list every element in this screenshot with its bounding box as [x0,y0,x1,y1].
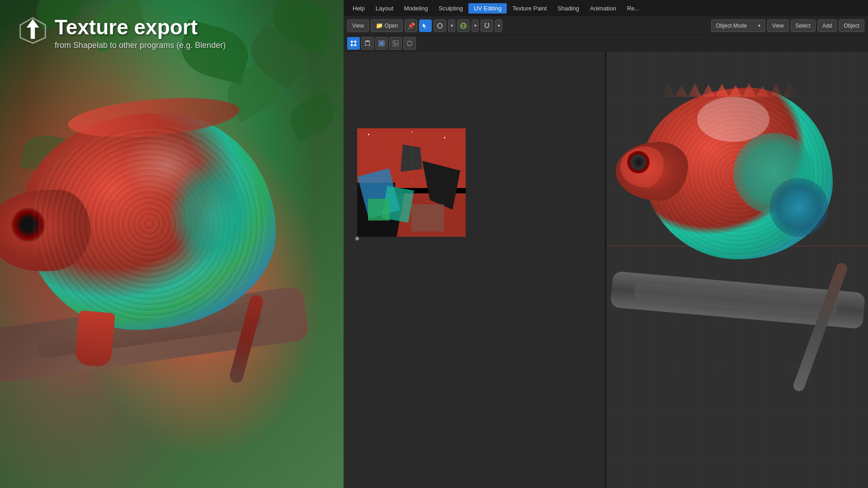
svg-rect-30 [380,42,383,45]
view-button[interactable]: View [347,19,369,32]
open-label: Open [385,23,398,29]
view-right-label: View [772,23,784,29]
select-btn[interactable]: Select [791,19,816,32]
face-mode-btn[interactable] [375,37,388,50]
blue-area [769,178,828,237]
panel-divider [605,52,607,488]
page-subtitle: from Shapelab to other programs (e.g. Bl… [55,41,226,50]
globe-icon [460,23,467,29]
vertex-icon [350,40,357,47]
chevron-down-icon-3: ▾ [498,23,500,28]
snap-dropdown[interactable]: ▾ [495,19,502,32]
menu-help[interactable]: Help [347,3,370,14]
header-text: Texture export from Shapelab to other pr… [55,16,226,50]
menu-sculpting[interactable]: Sculpting [434,3,468,14]
white-area [697,97,769,142]
menu-shading[interactable]: Shading [552,3,585,14]
left-panel: Texture export from Shapelab to other pr… [0,0,344,488]
vertex-mode-btn[interactable] [347,37,360,50]
branch-detail [633,282,838,318]
chevron-down-icon-4: ▾ [758,23,760,28]
view-btn-right[interactable]: View [767,19,789,32]
top-menubar: Help Layout Modeling Sculpting UV Editin… [344,0,868,16]
menu-modeling[interactable]: Modeling [399,3,434,14]
pin-button[interactable]: 📌 [405,19,417,32]
menu-rendering[interactable]: Re... [622,3,645,14]
transform-icon [437,23,443,29]
globe-dropdown[interactable]: ▾ [472,19,479,32]
svg-rect-32 [394,42,395,43]
chevron-down-icon-2: ▾ [474,23,476,28]
magnet-icon [484,23,490,29]
svg-rect-34 [394,44,396,45]
view-label: View [352,23,364,29]
svg-rect-21 [365,41,366,42]
face-icon [378,40,385,47]
uv-map-container [357,128,466,237]
svg-rect-24 [369,45,370,46]
logo-icon [18,16,47,45]
add-btn[interactable]: Add [817,19,837,32]
object-label: Object [844,23,859,29]
viewport-panel [607,52,868,488]
menu-texture-paint[interactable]: Texture Paint [507,3,552,14]
toolbar-secondary: View 📁 Open 📌 ▾ ▾ [344,16,868,35]
svg-point-3 [438,23,442,28]
uv-origin-dot [355,237,359,240]
header-overlay: Texture export from Shapelab to other pr… [18,16,226,50]
uv-editor-panel [344,52,606,488]
menu-animation[interactable]: Animation [585,3,622,14]
object-mode-btn[interactable]: Object Mode ▾ [711,19,765,32]
eye-pupil [631,155,646,170]
transform-tool[interactable] [434,19,446,32]
select-label: Select [796,23,811,29]
svg-rect-23 [365,45,366,46]
open-button[interactable]: 📁 Open [371,19,403,32]
teal-patch [167,158,258,271]
edge-mode-btn[interactable] [361,37,374,50]
object-mode-label: Object Mode [716,23,747,29]
page-title: Texture export [55,16,226,39]
viewport-head [616,142,688,201]
tool-dropdown[interactable]: ▾ [448,19,455,32]
svg-rect-31 [393,41,398,46]
sync-btn[interactable] [403,37,416,50]
cursor-tool[interactable] [419,19,432,32]
toolbar-third [344,35,868,52]
chevron-down-icon: ▾ [451,23,453,28]
uv-map-image [357,128,466,237]
menu-layout[interactable]: Layout [370,3,399,14]
svg-rect-22 [369,41,370,42]
snap-button[interactable] [481,19,493,32]
viewport-eye [627,151,650,174]
tail [228,294,265,385]
svg-marker-2 [27,19,39,39]
svg-rect-33 [396,43,397,44]
add-label: Add [822,23,832,29]
right-panel: Help Layout Modeling Sculpting UV Editin… [344,0,868,488]
render-icon-btn[interactable] [457,19,470,32]
island-icon [392,40,399,47]
chameleon-left [0,68,312,429]
uv-bg [344,52,605,488]
sync-icon [406,40,413,47]
pin-icon: 📌 [407,22,415,29]
object-btn[interactable]: Object [839,19,864,32]
menu-uv-editing[interactable]: UV Editing [468,3,507,14]
front-leg [75,310,115,368]
island-mode-btn[interactable] [389,37,402,50]
edge-icon [364,40,371,47]
folder-icon: 📁 [376,22,383,29]
uv-mesh-overlay [357,128,466,237]
viewport-chameleon [616,88,851,314]
cursor-icon [422,23,429,29]
